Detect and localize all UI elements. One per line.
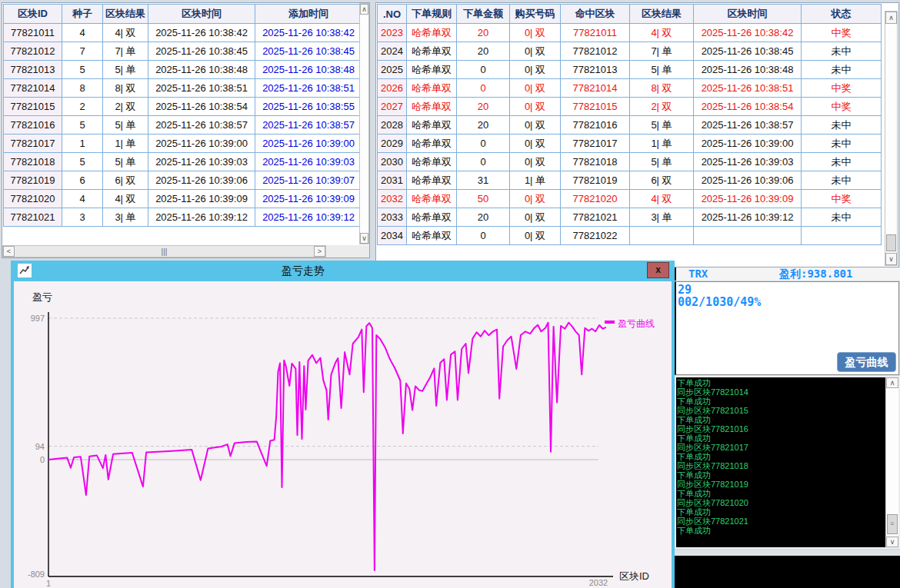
table-cell: 未中 [802, 135, 882, 153]
column-header[interactable]: 区块ID [4, 5, 62, 24]
column-header[interactable]: 下单规则 [407, 5, 457, 24]
table-row[interactable]: 2028哈希单双200| 双778210165| 单2025-11-26 10:… [378, 116, 882, 135]
scroll-down-icon[interactable]: ∨ [360, 233, 368, 244]
table-row[interactable]: 2025哈希单双00| 双778210135| 单2025-11-26 10:3… [378, 61, 882, 79]
table-row[interactable]: 7782101522| 双2025-11-26 10:38:542025-11-… [4, 98, 362, 116]
column-header[interactable]: 下单金额 [457, 5, 510, 24]
scroll-up-icon[interactable]: ∧ [360, 4, 368, 15]
column-header[interactable]: 区块结果 [630, 5, 694, 24]
table-row[interactable]: 7782101355| 单2025-11-26 10:38:482025-11-… [4, 61, 362, 79]
table-row[interactable]: 7782101966| 双2025-11-26 10:39:062025-11-… [4, 171, 362, 190]
table-cell: 2032 [378, 190, 407, 208]
table-cell: 6| 双 [630, 171, 694, 190]
table-cell: 2031 [378, 171, 407, 190]
popup-title-bar[interactable]: 盈亏走势 x [11, 261, 675, 281]
column-header[interactable]: 区块时间 [148, 5, 255, 24]
table-cell: 2025-11-26 10:38:57 [255, 116, 362, 135]
console-vscrollbar[interactable]: ∧ ≡ ∨ [885, 377, 898, 547]
table-cell: 1| 单 [103, 135, 148, 153]
table-cell: 1| 单 [630, 135, 694, 153]
block-table-vscrollbar[interactable]: ∧ ∨ [359, 3, 369, 244]
vscrollbar-thumb[interactable]: ≡ [887, 514, 898, 534]
scroll-up-icon[interactable]: ∧ [885, 12, 897, 24]
table-cell: 2025-11-26 10:39:00 [148, 135, 255, 153]
y-tick-label: 997 [31, 314, 45, 323]
table-row[interactable]: 7782102133| 单2025-11-26 10:39:122025-11-… [4, 208, 362, 227]
table-row[interactable]: 7782101144| 双2025-11-26 10:38:422025-11-… [4, 24, 362, 42]
orders-panel: .NO下单规则下单金额购买号码命中区块区块结果区块时间状态2023哈希单双200… [375, 2, 899, 267]
orders-table-vscrollbar[interactable]: ∧ ∨ [885, 11, 898, 266]
table-cell: 77821020 [4, 190, 62, 208]
table-cell: 5| 单 [103, 153, 148, 171]
hscrollbar-grip-icon[interactable]: ||| [162, 247, 168, 257]
block-table-hscrollbar[interactable]: < > ||| [2, 245, 326, 257]
table-row[interactable]: 2033哈希单双200| 双778210213| 单2025-11-26 10:… [378, 208, 882, 227]
table-row[interactable]: 7782101488| 双2025-11-26 10:38:512025-11-… [4, 79, 362, 98]
scroll-down-icon[interactable]: ∨ [885, 253, 897, 265]
console-line: 下单成功 [677, 378, 885, 387]
table-cell: 1 [62, 135, 103, 153]
table-cell: 20 [457, 24, 510, 42]
column-header[interactable]: 状态 [802, 5, 882, 24]
profit-chart: 997940-80912032盈亏区块ID盈亏曲线 [14, 281, 672, 588]
table-cell: 2025-11-26 10:39:07 [255, 171, 362, 190]
table-row[interactable]: 2034哈希单双00| 双77821022 [378, 227, 882, 245]
table-cell: 77821018 [4, 153, 62, 171]
console-line: 同步区块77821016 [677, 424, 885, 434]
table-cell: 77821022 [561, 227, 630, 245]
table-cell: 2025-11-26 10:38:45 [148, 42, 255, 61]
scroll-left-icon[interactable]: < [3, 246, 15, 257]
table-cell: 2026 [378, 79, 407, 98]
table-row[interactable]: 2032哈希单双500| 双778210204| 双2025-11-26 10:… [378, 190, 882, 208]
table-cell [694, 227, 802, 245]
scroll-right-icon[interactable]: > [314, 246, 325, 257]
table-cell [630, 227, 694, 245]
table-cell: 6 [62, 171, 103, 190]
table-cell: 5| 单 [630, 116, 694, 135]
table-row[interactable]: 2027哈希单双200| 双778210152| 双2025-11-26 10:… [378, 98, 882, 116]
profit-value: 938.801 [807, 267, 852, 280]
table-cell: 2025-11-26 10:39:12 [148, 208, 255, 227]
table-row[interactable]: 7782101711| 单2025-11-26 10:39:002025-11-… [4, 135, 362, 153]
scroll-down-icon[interactable]: ∨ [886, 537, 898, 547]
log-console[interactable]: 下单成功同步区块77821014下单成功同步区块77821015下单成功同步区块… [675, 376, 900, 549]
chart-area: 997940-80912032盈亏区块ID盈亏曲线 [14, 281, 672, 588]
column-header[interactable]: 种子 [62, 5, 103, 24]
table-cell: 未中 [802, 171, 882, 190]
table-cell: 2025-11-26 10:38:57 [148, 116, 255, 135]
table-cell: 8 [62, 79, 103, 98]
table-row[interactable]: 2030哈希单双00| 双778210185| 单2025-11-26 10:3… [378, 153, 882, 171]
table-cell: 哈希单双 [407, 42, 457, 61]
column-header[interactable]: 区块时间 [694, 5, 802, 24]
table-cell: 哈希单双 [407, 190, 457, 208]
table-row[interactable]: 7782102044| 双2025-11-26 10:39:092025-11-… [4, 190, 362, 208]
bottom-black-panel [675, 556, 900, 588]
column-header[interactable]: 命中区块 [561, 5, 630, 24]
table-cell: 2025 [378, 61, 407, 79]
table-row[interactable]: 7782101655| 单2025-11-26 10:38:572025-11-… [4, 116, 362, 135]
table-cell: 哈希单双 [407, 24, 457, 42]
table-row[interactable]: 2023哈希单双200| 双778210114| 双2025-11-26 10:… [378, 24, 882, 42]
table-cell: 哈希单双 [407, 153, 457, 171]
close-button[interactable]: x [647, 262, 669, 278]
vscrollbar-thumb[interactable] [886, 234, 896, 251]
table-row[interactable]: 7782101855| 单2025-11-26 10:39:032025-11-… [4, 153, 362, 171]
table-cell: 2025-11-26 10:39:09 [255, 190, 362, 208]
scroll-up-icon[interactable]: ∧ [886, 377, 898, 388]
table-cell: 77821020 [561, 190, 630, 208]
y-axis-title: 盈亏 [32, 291, 52, 303]
column-header[interactable]: 区块结果 [103, 5, 148, 24]
table-row[interactable]: 2024哈希单双200| 双778210127| 单2025-11-26 10:… [378, 42, 882, 61]
table-row[interactable]: 2026哈希单双00| 双778210148| 双2025-11-26 10:3… [378, 79, 882, 98]
column-header[interactable]: .NO [378, 5, 407, 24]
table-cell: 5| 单 [630, 61, 694, 79]
table-cell: 77821021 [4, 208, 62, 227]
table-row[interactable]: 7782101277| 单2025-11-26 10:38:452025-11-… [4, 42, 362, 61]
column-header[interactable]: 添加时间 [255, 5, 362, 24]
legend-swatch [605, 321, 615, 324]
table-cell: 31 [457, 171, 510, 190]
table-row[interactable]: 2029哈希单双00| 双778210171| 单2025-11-26 10:3… [378, 135, 882, 153]
column-header[interactable]: 购买号码 [510, 5, 561, 24]
table-row[interactable]: 2031哈希单双311| 单778210196| 双2025-11-26 10:… [378, 171, 882, 190]
profit-curve-button[interactable]: 盈亏曲线 [837, 352, 896, 372]
